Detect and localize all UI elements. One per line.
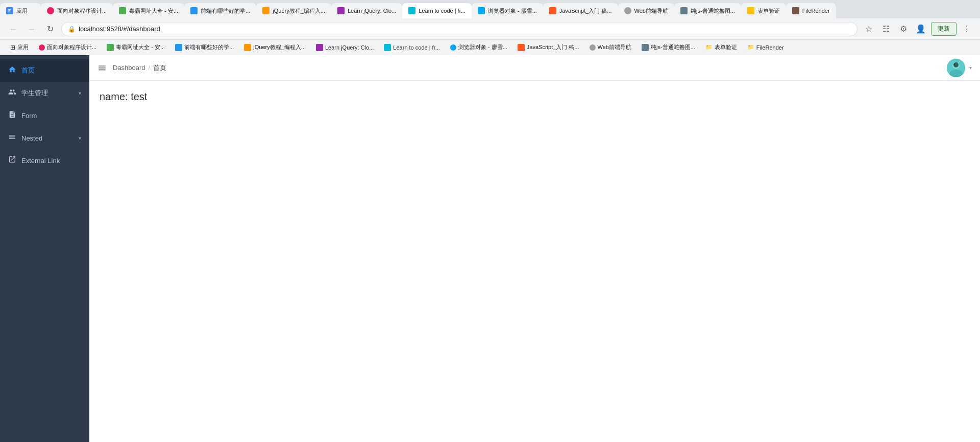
sidebar-item-home[interactable]: 首页 — [0, 59, 89, 82]
bookmark-web-nav-label: Web前端导航 — [598, 43, 631, 51]
page-heading: name: test — [100, 91, 970, 103]
bookmark-filerender-label: FileRender — [756, 44, 784, 51]
sidebar-item-nested-label: Nested — [21, 134, 74, 142]
update-button[interactable]: 更新 — [931, 22, 957, 36]
app-wrapper: 首页 学生管理 ▾ Form Nested ▾ — [0, 55, 980, 442]
sidebar-item-external[interactable]: External Link — [0, 149, 89, 172]
bookmark-jquery-tut[interactable]: jQuery教程_编程入... — [240, 42, 310, 52]
topbar-right: ▾ — [947, 59, 972, 77]
tab-duba[interactable]: 毒霸网址大全 - 安... — [113, 3, 184, 18]
sidebar-item-external-label: External Link — [21, 157, 81, 165]
reload-button[interactable]: ↻ — [43, 22, 57, 36]
nested-icon — [8, 133, 16, 143]
sidebar-item-nested[interactable]: Nested ▾ — [0, 127, 89, 149]
tab-snake-label: 纯js-普通蛇撸图... — [691, 7, 735, 15]
breadcrumb-separator: / — [149, 64, 151, 72]
tab-browser-obj-label: 浏览器对象 - 廖雪... — [488, 7, 537, 15]
bookmark-learn-jquery[interactable]: Learn jQuery: Clo... — [312, 43, 378, 52]
browser-chrome: ⊞ 应用 面向对象程序设计... 毒霸网址大全 - 安... 前端有哪些好的学.… — [0, 0, 980, 55]
bookmark-browser-obj-label: 浏览器对象 - 廖雪... — [458, 43, 507, 51]
sidebar-item-form[interactable]: Form — [0, 104, 89, 127]
topbar: Dashboard / 首页 ▾ — [89, 55, 980, 81]
breadcrumb-parent[interactable]: Dashboard — [113, 64, 145, 72]
students-icon — [8, 88, 16, 98]
bookmark-js-intro-label: JavaScript_入门 稿... — [527, 43, 579, 51]
tab-learn-to-code[interactable]: Learn to code | fr... — [402, 3, 472, 18]
main-content: Dashboard / 首页 ▾ — [89, 55, 980, 442]
tab-duba-label: 毒霸网址大全 - 安... — [129, 7, 178, 15]
tab-oop[interactable]: 面向对象程序设计... — [41, 3, 113, 18]
sidebar-item-home-label: 首页 — [21, 66, 81, 75]
tab-web-nav-label: Web前端导航 — [634, 7, 668, 15]
bookmarks-bar: ⊞ 应用 面向对象程序设计... 毒霸网址大全 - 安... 前端有哪些好的学.… — [0, 40, 980, 55]
sidebar-nav: 首页 学生管理 ▾ Form Nested ▾ — [0, 55, 89, 442]
tab-snake[interactable]: 纯js-普通蛇撸图... — [674, 3, 741, 18]
tab-form-valid[interactable]: 表单验证 — [741, 3, 786, 18]
bookmark-duba-label: 毒霸网址大全 - 安... — [116, 43, 165, 51]
menu-button[interactable]: ⋮ — [960, 22, 974, 36]
extension-button[interactable]: ⚙ — [896, 22, 911, 36]
tab-learn-jquery-label: Learn jQuery: Clo... — [348, 8, 396, 14]
breadcrumb: Dashboard / 首页 — [113, 63, 166, 73]
profile-button[interactable]: 👤 — [914, 22, 928, 36]
back-button[interactable]: ← — [6, 22, 20, 36]
form-icon — [8, 110, 16, 121]
sidebar-item-form-label: Form — [21, 112, 81, 120]
bookmark-apps[interactable]: ⊞ 应用 — [6, 42, 33, 52]
bookmark-learn-code-label: Learn to code | fr... — [393, 44, 440, 51]
address-text: localhost:9528/#/dashboard — [79, 25, 851, 33]
bookmark-js-intro[interactable]: JavaScript_入门 稿... — [513, 42, 583, 52]
tab-jquery-tut[interactable]: jQuery教程_编程入... — [256, 3, 331, 18]
topbar-left: Dashboard / 首页 — [97, 63, 166, 73]
tab-learn-jquery[interactable]: Learn jQuery: Clo... — [331, 3, 402, 18]
hamburger-button[interactable] — [97, 63, 107, 73]
sidebar-item-students-label: 学生管理 — [21, 88, 74, 98]
bookmark-frontend[interactable]: 前端有哪些好的学... — [171, 42, 238, 52]
bookmark-form-valid-label: 表单验证 — [715, 43, 737, 51]
user-dropdown-arrow[interactable]: ▾ — [969, 65, 972, 71]
sidebar: 首页 学生管理 ▾ Form Nested ▾ — [0, 55, 89, 442]
bookmark-duba[interactable]: 毒霸网址大全 - 安... — [103, 42, 169, 52]
lock-icon: 🔒 — [68, 26, 76, 33]
tab-bar: ⊞ 应用 面向对象程序设计... 毒霸网址大全 - 安... 前端有哪些好的学.… — [0, 0, 980, 18]
address-bar[interactable]: 🔒 localhost:9528/#/dashboard — [61, 22, 857, 36]
bookmark-jquery-tut-label: jQuery教程_编程入... — [253, 43, 306, 51]
forward-button[interactable]: → — [24, 22, 39, 36]
user-avatar[interactable] — [947, 59, 965, 77]
chrome-apps-button[interactable]: ☷ — [879, 22, 893, 36]
sidebar-item-students[interactable]: 学生管理 ▾ — [0, 82, 89, 104]
content-area: name: test — [89, 81, 980, 442]
bookmark-web-nav[interactable]: Web前端导航 — [585, 42, 635, 52]
bookmark-frontend-label: 前端有哪些好的学... — [184, 43, 234, 51]
bookmark-snake[interactable]: 纯js-普通蛇撸图... — [638, 42, 699, 52]
bookmark-star-button[interactable]: ☆ — [862, 22, 876, 36]
tab-jquery-tut-label: jQuery教程_编程入... — [273, 7, 325, 15]
bookmark-filerender[interactable]: 📁 FileRender — [743, 43, 788, 52]
tab-filerender-label: FileRender — [802, 8, 830, 14]
external-link-icon — [8, 155, 16, 166]
tab-filerender[interactable]: FileRender — [786, 3, 836, 18]
tab-form-valid-label: 表单验证 — [757, 7, 780, 15]
tab-js-intro[interactable]: JavaScript_入门 稿... — [543, 3, 618, 18]
tab-frontend[interactable]: 前端有哪些好的学... — [184, 3, 256, 18]
tab-browser-obj[interactable]: 浏览器对象 - 廖雪... — [472, 3, 543, 18]
tab-frontend-label: 前端有哪些好的学... — [201, 7, 250, 15]
breadcrumb-current: 首页 — [153, 63, 166, 73]
svg-point-4 — [954, 63, 955, 65]
bookmark-browser-obj[interactable]: 浏览器对象 - 廖雪... — [446, 42, 511, 52]
bookmark-snake-label: 纯js-普通蛇撸图... — [651, 43, 695, 51]
tab-oop-label: 面向对象程序设计... — [57, 7, 107, 15]
tab-web-nav[interactable]: Web前端导航 — [618, 3, 674, 18]
browser-toolbar: ← → ↻ 🔒 localhost:9528/#/dashboard ☆ ☷ ⚙… — [0, 18, 980, 40]
tab-apps-label: 应用 — [16, 7, 28, 15]
bookmark-form-valid[interactable]: 📁 表单验证 — [701, 42, 741, 52]
bookmark-apps-label: 应用 — [17, 43, 29, 51]
tab-learn-to-code-label: Learn to code | fr... — [419, 8, 465, 14]
bookmark-oop-label: 面向对象程序设计... — [47, 43, 96, 51]
toolbar-icons: ☆ ☷ ⚙ 👤 更新 ⋮ — [862, 22, 974, 36]
bookmark-learn-code[interactable]: Learn to code | fr... — [380, 43, 444, 52]
bookmark-oop[interactable]: 面向对象程序设计... — [35, 42, 101, 52]
bookmark-learn-jquery-label: Learn jQuery: Clo... — [325, 44, 374, 51]
nested-chevron-down-icon: ▾ — [79, 135, 81, 141]
tab-apps[interactable]: ⊞ 应用 — [0, 3, 41, 18]
